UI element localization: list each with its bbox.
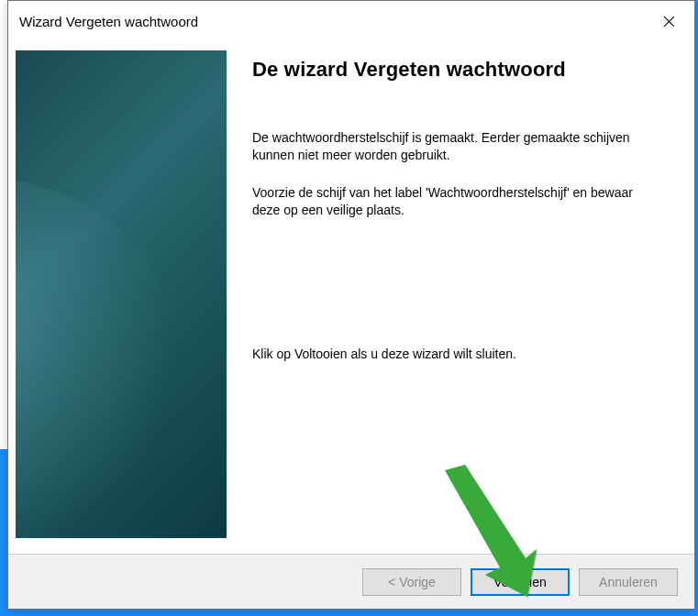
wizard-main-panel: De wizard Vergeten wachtwoord De wachtwo… bbox=[227, 50, 681, 554]
cancel-button: Annuleren bbox=[579, 568, 678, 596]
wizard-side-graphic bbox=[16, 50, 227, 538]
back-button: < Vorige bbox=[362, 568, 461, 596]
finish-button[interactable]: Voltooien bbox=[471, 568, 570, 596]
wizard-paragraph-3: Klik op Voltooien als u deze wizard wilt… bbox=[252, 346, 637, 363]
titlebar[interactable]: Wizard Vergeten wachtwoord bbox=[8, 1, 694, 41]
wizard-paragraph-1: De wachtwoordherstelschijf is gemaakt. E… bbox=[252, 129, 637, 164]
wizard-dialog: Wizard Vergeten wachtwoord De wizard Ver… bbox=[7, 0, 695, 610]
titlebar-title: Wizard Vergeten wachtwoord bbox=[19, 14, 198, 29]
close-button[interactable] bbox=[650, 7, 687, 35]
wizard-heading: De wizard Vergeten wachtwoord bbox=[252, 58, 678, 82]
content-area: De wizard Vergeten wachtwoord De wachtwo… bbox=[8, 41, 694, 554]
wizard-paragraph-2: Voorzie de schijf van het label 'Wachtwo… bbox=[252, 184, 637, 219]
close-icon bbox=[663, 16, 675, 28]
button-bar: < Vorige Voltooien Annuleren bbox=[8, 554, 694, 609]
